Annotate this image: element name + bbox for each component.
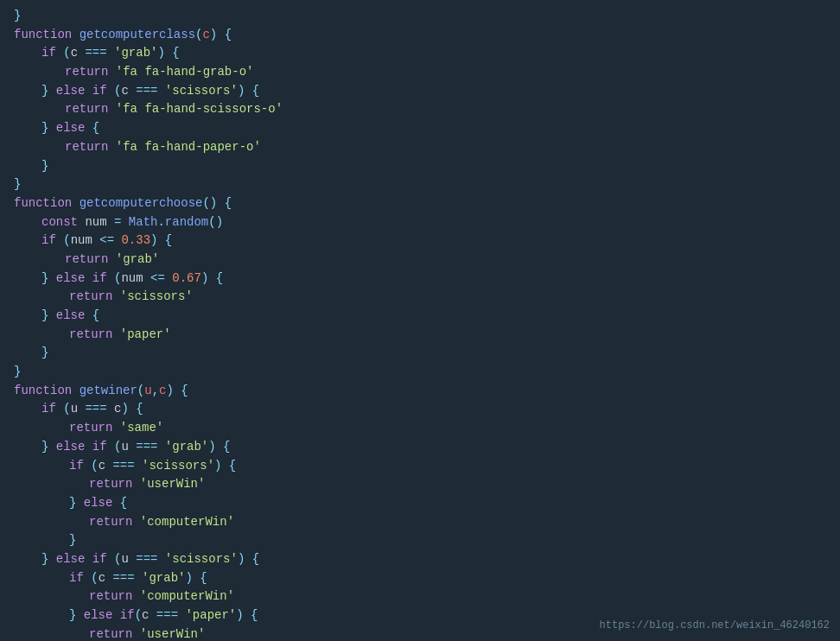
code-line: } else {: [14, 494, 840, 513]
code-line: return 'fa fa-hand-paper-o': [14, 138, 840, 157]
code-line: return 'userWin': [14, 475, 840, 494]
code-line: }: [14, 7, 840, 26]
code-line: } else if (u === 'scissors') {: [14, 550, 840, 569]
code-line: return 'fa fa-hand-scissors-o': [14, 100, 840, 119]
code-line: function getwiner(u,c) {: [14, 382, 840, 401]
code-line: } else {: [14, 119, 840, 138]
code-line: if (c === 'grab') {: [14, 569, 840, 588]
code-line: if (c === 'grab') {: [14, 44, 840, 63]
code-line: return 'grab': [14, 251, 840, 270]
code-line: if (c === 'scissors') {: [14, 457, 840, 476]
code-editor: } function getcomputerclass(c) { if (c =…: [0, 0, 840, 641]
code-line: return 'same': [14, 419, 840, 438]
code-line: function getcomputerclass(c) {: [14, 26, 840, 45]
url-bar: https://blog.csdn.net/weixin_46240162: [600, 618, 830, 634]
code-line: function getcomputerchoose() {: [14, 194, 840, 213]
code-line: return 'fa fa-hand-grab-o': [14, 63, 840, 82]
code-line: }: [14, 363, 840, 382]
code-line: if (num <= 0.33) {: [14, 232, 840, 251]
code-line: if (u === c) {: [14, 400, 840, 419]
code-line: return 'scissors': [14, 288, 840, 307]
code-line: }: [14, 175, 840, 194]
code-line: }: [14, 157, 840, 176]
code-line: }: [14, 344, 840, 363]
code-line: return 'computerWin': [14, 513, 840, 532]
code-line: }: [14, 531, 840, 550]
code-line: } else if (u === 'grab') {: [14, 438, 840, 457]
code-line: const num = Math.random(): [14, 213, 840, 232]
code-line: } else if (c === 'scissors') {: [14, 82, 840, 101]
code-line: } else {: [14, 307, 840, 326]
code-line: return 'computerWin': [14, 587, 840, 606]
code-line: return 'paper': [14, 326, 840, 345]
code-line: } else if (num <= 0.67) {: [14, 270, 840, 289]
